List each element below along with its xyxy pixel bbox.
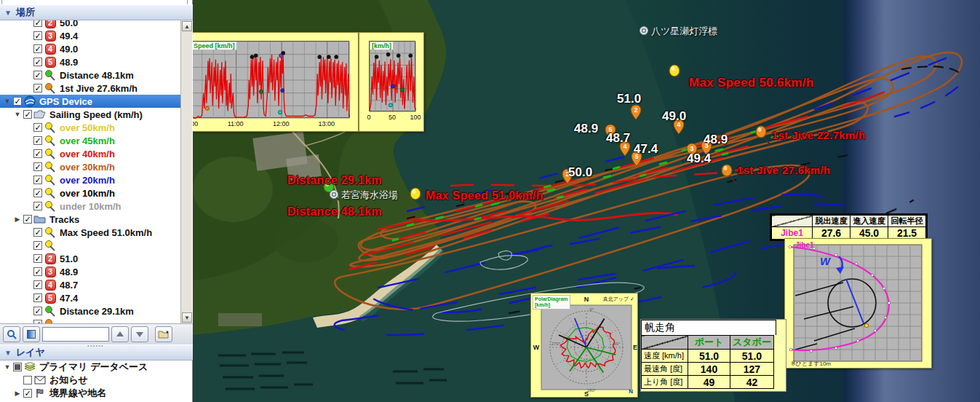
place-item-over-30km-h[interactable]: ✓over 30km/h: [0, 160, 181, 173]
map-placemark-label[interactable]: Distance 29.1km: [287, 174, 382, 187]
place-item-49-4[interactable]: ✓349.4: [0, 29, 181, 42]
place-item-pin[interactable]: ✓: [0, 239, 181, 252]
folder-icon: [158, 330, 170, 339]
place-item-over-20km-h[interactable]: ✓over 20km/h: [0, 173, 181, 186]
jibe-table-header: 脱出速度: [813, 216, 850, 227]
scroll-up-button[interactable]: ▲: [182, 21, 192, 31]
place-item-label: Sailing Speed (km/h): [49, 109, 143, 120]
checkbox[interactable]: ✓: [33, 176, 42, 184]
view-toggle-button[interactable]: [23, 326, 40, 342]
layer-item-item[interactable]: お知らせ: [0, 374, 193, 387]
gradient-swatch-icon: [27, 330, 36, 339]
checkbox[interactable]: ✓: [23, 215, 32, 224]
place-item-label: GPS Device: [39, 96, 92, 107]
checkbox[interactable]: ✓: [23, 110, 32, 119]
place-item-over-45km-h[interactable]: ✓over 45km/h: [0, 134, 181, 147]
map-numbered-marker[interactable]: 2: [630, 104, 642, 120]
layer-item-label: 境界線や地名: [49, 387, 106, 400]
checkbox[interactable]: ✓: [33, 44, 42, 53]
checkbox[interactable]: ✓: [33, 228, 42, 237]
checkbox[interactable]: ✓: [33, 149, 42, 158]
map-placemark-label[interactable]: 1st Jive 22.7km/h: [772, 129, 866, 141]
map-placemark-label[interactable]: Max Speed 50.6km/h: [689, 76, 814, 90]
chart-marker-dot: [386, 52, 390, 56]
collapse-triangle-icon[interactable]: ▼: [4, 349, 12, 357]
checkbox[interactable]: ✓: [33, 123, 42, 132]
map-placemark-label[interactable]: Distance 48.1km: [287, 205, 382, 218]
checkbox[interactable]: [13, 363, 22, 371]
checkbox[interactable]: ✓: [33, 254, 42, 263]
place-item-pin[interactable]: ✓: [0, 318, 181, 323]
checkbox[interactable]: ✓: [33, 267, 42, 276]
polar-chart-panel[interactable]: NESW0°90°180°270° PolarDiagram[km/h] 真北ア…: [530, 293, 638, 398]
pin-yellow-icon: [44, 226, 57, 238]
expander-right-icon[interactable]: ▶: [13, 216, 22, 223]
place-item-over-50km-h[interactable]: ✓over 50km/h: [0, 121, 181, 134]
place-item-sailing-speed-km-h[interactable]: ▼✓Sailing Speed (km/h): [0, 108, 181, 121]
collapse-triangle-icon[interactable]: ▼: [4, 9, 12, 17]
jibe-table-header: 回転半径: [888, 216, 926, 227]
place-item-max-speed-51-0km-h[interactable]: ✓Max Speed 51.0km/h: [0, 226, 181, 239]
place-item-51-0[interactable]: ✓251.0: [0, 252, 181, 265]
expander-down-icon[interactable]: ▼: [3, 363, 12, 371]
place-item-48-9[interactable]: ✓348.9: [0, 265, 181, 278]
place-item-distance-48-1km[interactable]: ✓Distance 48.1km: [0, 68, 181, 82]
search-button[interactable]: [3, 326, 20, 342]
places-search-input[interactable]: [42, 327, 109, 342]
place-item-over-10km-h[interactable]: ✓over 10km/h: [0, 186, 181, 200]
checkbox[interactable]: ✓: [33, 307, 42, 315]
checkbox[interactable]: ✓: [33, 162, 42, 171]
layer-item-item[interactable]: ▶✓境界線や地名: [0, 387, 193, 400]
place-item-tracks[interactable]: ▶✓Tracks: [0, 213, 181, 226]
next-result-button[interactable]: [131, 326, 148, 342]
place-item-over-40km-h[interactable]: ✓over 40km/h: [0, 147, 181, 160]
checkbox[interactable]: ✓: [33, 31, 42, 40]
pushpin-icon: [44, 305, 56, 317]
mini-speed-chart-panel[interactable]: [km/h] 050100: [359, 32, 424, 132]
mini-chart-plot: [369, 41, 415, 111]
checkbox[interactable]: ✓: [33, 189, 42, 197]
speed-time-chart-panel[interactable]: Speed [km/h] 010203040506010:0011:0012:0…: [170, 32, 359, 132]
polar-chart-option[interactable]: 真北アップ ✓: [603, 296, 634, 303]
checkbox[interactable]: ✓: [33, 280, 42, 289]
place-item-under-10km-h[interactable]: ✓under 10km/h: [0, 200, 181, 213]
checkbox[interactable]: ✓: [33, 84, 42, 92]
places-scrollbar[interactable]: ▲ ▼: [180, 20, 192, 323]
expander-down-icon[interactable]: ▼: [13, 111, 22, 118]
checkbox[interactable]: ✓: [33, 241, 42, 250]
map-pushpin-icon[interactable]: [667, 64, 689, 86]
chart-marker-dot: [327, 55, 330, 59]
checkbox[interactable]: ✓: [33, 293, 42, 302]
place-item-50-0[interactable]: ✓250.0: [0, 20, 181, 29]
place-item-47-4[interactable]: ✓547.4: [0, 291, 181, 304]
place-item-49-0[interactable]: ✓449.0: [0, 42, 181, 55]
previous-result-button[interactable]: [111, 326, 129, 342]
expander-right-icon[interactable]: ▶: [13, 390, 22, 397]
places-panel-header[interactable]: ▼ 場所: [0, 4, 193, 20]
pin-yellow-icon: [44, 161, 57, 173]
folder-actions-button[interactable]: [155, 326, 172, 342]
checkbox[interactable]: ✓: [33, 202, 42, 210]
jibe-diagram-panel[interactable]: W Jibe1 ※ひとます10m: [784, 238, 932, 368]
panel-drag-handle[interactable]: ••••••: [87, 342, 104, 349]
map-placemark-label[interactable]: Max Speed 51.0km/h: [426, 189, 543, 202]
diagonal-header-cell: [772, 216, 813, 227]
layer-item-item[interactable]: ▼プライマリ データベース: [0, 360, 193, 374]
checkbox[interactable]: ✓: [33, 58, 42, 66]
checkbox[interactable]: ✓: [33, 20, 42, 27]
place-item-1st-jive-27-6km-h[interactable]: ✓1st Jive 27.6km/h: [0, 82, 181, 95]
place-item-48-7[interactable]: ✓448.7: [0, 278, 181, 291]
compass-label: W: [533, 344, 540, 351]
chart-marker-dot: [400, 88, 404, 92]
checkbox[interactable]: ✓: [13, 97, 22, 106]
place-item-distance-29-1km[interactable]: ✓Distance 29.1km: [0, 304, 181, 318]
checkbox[interactable]: ✓: [33, 71, 42, 79]
checkbox[interactable]: ✓: [23, 389, 32, 398]
place-item-48-9[interactable]: ✓548.9: [0, 55, 181, 68]
scroll-down-button[interactable]: ▼: [182, 312, 192, 323]
place-item-gps-device[interactable]: ▼✓GPS Device: [0, 95, 181, 108]
checkbox[interactable]: ✓: [33, 136, 42, 145]
checkbox[interactable]: [23, 376, 32, 385]
map-placemark-label[interactable]: 1st Jive 27.6km/h: [737, 164, 831, 176]
expander-down-icon[interactable]: ▼: [3, 98, 12, 105]
